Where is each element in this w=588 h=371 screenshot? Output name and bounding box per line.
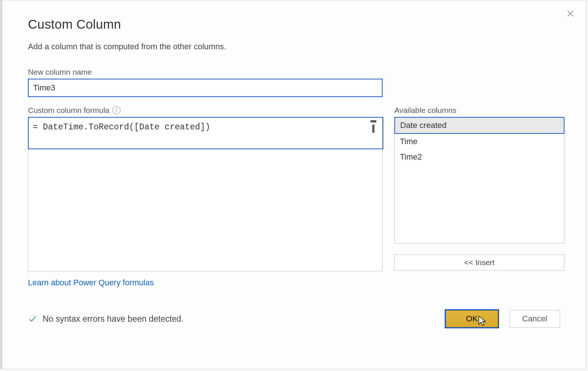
available-columns-label: Available columns	[394, 106, 564, 115]
checkmark-icon	[28, 314, 37, 324]
info-icon[interactable]: i	[112, 106, 121, 114]
backdrop: Custom Column Add a column that is compu…	[0, 0, 588, 371]
ok-button-label: OK	[466, 314, 478, 324]
custom-column-dialog: Custom Column Add a column that is compu…	[2, 0, 586, 369]
status-bar: No syntax errors have been detected.	[28, 314, 184, 324]
insert-button[interactable]: << Insert	[394, 254, 564, 271]
mouse-cursor-icon	[478, 315, 487, 327]
formula-text: = DateTime.ToRecord([Date created])	[33, 122, 370, 132]
dialog-title: Custom Column	[28, 17, 560, 32]
formula-highlight	[28, 117, 383, 149]
close-icon	[566, 10, 574, 18]
dialog-subtitle: Add a column that is computed from the o…	[28, 42, 560, 51]
ok-button[interactable]: OK	[445, 309, 499, 328]
close-button[interactable]	[564, 7, 577, 20]
cancel-button[interactable]: Cancel	[509, 310, 560, 328]
formula-label: Custom column formula i	[28, 106, 383, 115]
formula-input[interactable]: = DateTime.ToRecord([Date created])	[28, 117, 383, 271]
available-column-item[interactable]: Time	[395, 134, 564, 149]
column-name-input[interactable]	[28, 79, 383, 97]
available-column-item[interactable]: Date created	[395, 118, 564, 133]
status-message: No syntax errors have been detected.	[43, 314, 184, 324]
crop-edge	[0, 369, 588, 371]
column-name-label: New column name	[28, 68, 560, 76]
text-caret-icon	[370, 120, 376, 133]
available-column-item[interactable]: Time2	[395, 149, 564, 165]
learn-link[interactable]: Learn about Power Query formulas	[28, 278, 383, 288]
available-columns-list[interactable]: Date created Time Time2	[394, 117, 564, 243]
formula-label-text: Custom column formula	[28, 106, 110, 115]
